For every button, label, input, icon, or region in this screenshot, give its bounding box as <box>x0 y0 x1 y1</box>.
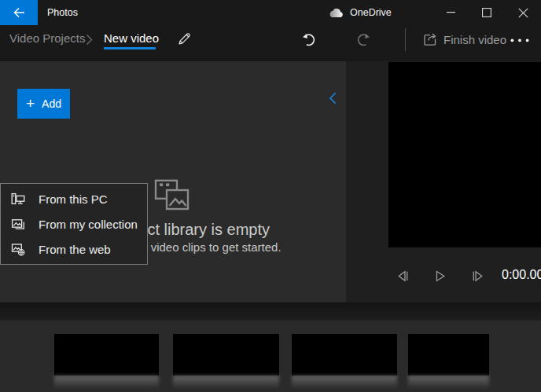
toolbar: Video Projects New video <box>0 25 541 61</box>
time-display: 0:00.00 <box>502 268 541 282</box>
play-icon <box>433 269 447 283</box>
timeline-clip[interactable] <box>292 334 397 376</box>
photos-app-window: Photos OneDrive <box>0 0 541 392</box>
menu-item-from-the-web[interactable]: From the web <box>1 236 147 262</box>
storyboard-timeline[interactable] <box>0 321 541 392</box>
previous-frame-icon <box>396 269 410 283</box>
window-controls <box>432 0 541 25</box>
collection-icon <box>11 217 25 231</box>
menu-item-from-this-pc[interactable]: From this PC <box>1 186 147 211</box>
add-dropdown-menu: From this PC From my collection <box>0 183 148 265</box>
breadcrumb-chevron-icon <box>86 34 93 46</box>
finish-video-button[interactable]: Finish video <box>423 29 506 49</box>
more-options-button[interactable] <box>507 35 532 46</box>
menu-item-from-my-collection[interactable]: From my collection <box>1 211 147 236</box>
undo-button[interactable] <box>302 31 319 49</box>
close-icon <box>518 8 528 18</box>
maximize-button[interactable] <box>469 0 505 25</box>
menu-item-label: From my collection <box>39 218 138 231</box>
add-button-label: Add <box>42 97 61 110</box>
redo-button[interactable] <box>355 31 372 49</box>
add-button[interactable]: + Add <box>17 89 70 119</box>
minimize-button[interactable] <box>432 0 469 25</box>
panel-shadow-band <box>0 302 541 321</box>
pencil-icon <box>177 31 192 46</box>
timeline-clip[interactable] <box>173 334 279 376</box>
chevron-left-icon <box>329 92 337 104</box>
plus-icon: + <box>26 96 35 111</box>
onedrive-cloud-icon <box>329 8 344 18</box>
export-share-icon <box>423 32 437 46</box>
ellipsis-icon <box>510 38 529 42</box>
titlebar: Photos OneDrive <box>0 0 541 25</box>
web-icon <box>11 242 25 256</box>
menu-item-label: From this PC <box>39 192 108 206</box>
video-preview <box>388 62 541 247</box>
finish-video-label: Finish video <box>443 33 506 46</box>
project-title-tab[interactable]: New video <box>104 31 159 45</box>
next-frame-icon <box>471 269 485 283</box>
play-button[interactable] <box>433 269 447 284</box>
onedrive-status: OneDrive <box>329 0 392 25</box>
previous-frame-button[interactable] <box>396 269 410 284</box>
project-library-panel: + Add Your project library is empty Add … <box>0 61 346 302</box>
undo-icon <box>302 31 319 47</box>
app-title: Photos <box>47 0 78 25</box>
timeline-clip[interactable] <box>408 334 489 376</box>
breadcrumb-video-projects[interactable]: Video Projects <box>9 31 85 45</box>
menu-item-label: From the web <box>39 243 111 256</box>
timeline-clip[interactable] <box>54 334 159 376</box>
next-frame-button[interactable] <box>471 269 485 284</box>
redo-icon <box>355 31 372 47</box>
toolbar-divider <box>405 28 406 51</box>
active-tab-underline <box>104 47 156 49</box>
onedrive-label: OneDrive <box>350 7 392 18</box>
maximize-icon <box>482 8 491 17</box>
minimize-icon <box>447 12 455 13</box>
pc-icon <box>11 192 25 206</box>
collapse-panel-button[interactable] <box>322 88 343 108</box>
empty-library-icon <box>153 178 190 211</box>
rename-project-button[interactable] <box>175 29 193 48</box>
back-button[interactable] <box>0 0 38 25</box>
main-content: + Add Your project library is empty Add … <box>0 61 541 302</box>
back-arrow-icon <box>13 6 26 19</box>
close-button[interactable] <box>505 0 541 25</box>
